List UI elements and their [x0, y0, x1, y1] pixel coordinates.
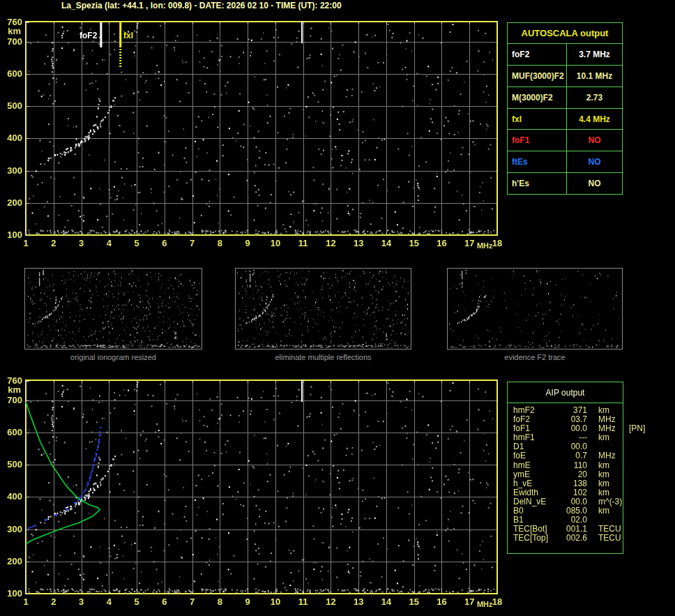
- aip-table-title: AIP output: [508, 382, 623, 403]
- aip-row-tectop: TEC[Top]002.6TECU: [513, 534, 623, 543]
- autoscala-row-fof2: foF23.7 MHz: [508, 44, 622, 66]
- parameter-label: h'Es: [508, 173, 567, 194]
- parameter-value: NO: [567, 151, 622, 172]
- thumbnail-caption: evidence F2 trace: [447, 353, 623, 361]
- aip-row-yme: ymE20km: [513, 470, 623, 479]
- aip-value: 138: [555, 479, 587, 488]
- thumbnail-caption: eliminate multiple reflections: [235, 353, 411, 361]
- thumbnail-eliminate-reflections: [235, 268, 411, 350]
- parameter-label: fxI: [508, 109, 567, 130]
- aip-row-hme: hmE110km: [513, 461, 623, 470]
- ionogram-top-plot: [0, 17, 509, 258]
- ionogram-bottom-plot: [0, 377, 509, 616]
- aip-unit: km: [598, 470, 629, 479]
- aip-unit: km: [598, 461, 629, 470]
- aip-value: 0.7: [555, 451, 587, 460]
- aip-unit: km: [598, 488, 629, 497]
- parameter-value: 3.7 MHz: [567, 44, 622, 65]
- thumbnail-evidence-f2-trace: [447, 268, 623, 350]
- aip-name: hmE: [513, 461, 555, 470]
- autoscala-row-muf3000f2: MUF(3000)F210.1 MHz: [508, 66, 622, 87]
- aip-extra: [PN]: [629, 424, 645, 433]
- aip-value: 110: [555, 461, 587, 470]
- autoscala-row-hes: h'EsNO: [508, 173, 622, 194]
- autoscala-table-body: foF23.7 MHzMUF(3000)F210.1 MHzM(3000)F22…: [508, 44, 622, 194]
- page-title: La_Spezia (lat: +44.1 , lon: 009.8) - DA…: [61, 1, 342, 10]
- aip-name: Ewidth: [513, 488, 555, 497]
- parameter-value: NO: [567, 173, 622, 194]
- autoscala-app-window: La_Spezia (lat: +44.1 , lon: 009.8) - DA…: [0, 0, 675, 616]
- aip-output-table: AIP output hmF2371kmfoF203.7MHzfoF100.0M…: [507, 382, 623, 554]
- autoscala-row-fxi: fxI4.4 MHz: [508, 109, 622, 130]
- fxi-marker-label: fxI: [123, 31, 133, 40]
- aip-table-body: hmF2371kmfoF203.7MHzfoF100.0MHz[PN]hmF1-…: [508, 403, 623, 543]
- aip-unit: MHz: [598, 451, 629, 460]
- thumbnail-original-ionogram: [24, 268, 202, 350]
- parameter-value: 10.1 MHz: [567, 66, 622, 87]
- aip-row-hve: h_vE138km: [513, 479, 623, 488]
- parameter-label: MUF(3000)F2: [508, 66, 567, 87]
- parameter-label: foF2: [508, 44, 567, 65]
- autoscala-row-m3000f2: M(3000)F22.73: [508, 87, 622, 109]
- parameter-value: 2.73: [567, 87, 622, 108]
- aip-row-ewidth: Ewidth102km: [513, 488, 623, 497]
- parameter-label: ftEs: [508, 151, 567, 172]
- autoscala-output-table: AUTOSCALA output foF23.7 MHzMUF(3000)F21…: [507, 22, 623, 195]
- aip-name: foE: [513, 451, 555, 460]
- thumbnail-caption: original ionogram resized: [24, 353, 202, 361]
- fof2-marker-label: foF2: [79, 31, 97, 40]
- aip-unit: TECU: [598, 534, 629, 543]
- parameter-label: M(3000)F2: [508, 87, 567, 108]
- aip-value: 102: [555, 488, 587, 497]
- autoscala-row-fof1: foF1NO: [508, 130, 622, 151]
- parameter-label: foF1: [508, 130, 567, 151]
- autoscala-row-ftes: ftEsNO: [508, 151, 622, 173]
- aip-name: TEC[Top]: [513, 534, 555, 543]
- aip-name: h_vE: [513, 479, 555, 488]
- aip-name: ymE: [513, 470, 555, 479]
- aip-value: 002.6: [555, 534, 587, 543]
- aip-unit: km: [598, 433, 629, 442]
- parameter-value: NO: [567, 130, 622, 151]
- aip-unit: km: [598, 479, 629, 488]
- aip-row-foe: foE0.7MHz: [513, 451, 623, 460]
- parameter-value: 4.4 MHz: [567, 109, 622, 130]
- aip-row-hmf1: hmF1---km: [513, 433, 623, 442]
- aip-value: 20: [555, 470, 587, 479]
- aip-unit: km: [598, 506, 629, 516]
- aip-row-b0: B0085.0km: [513, 506, 623, 516]
- autoscala-table-title: AUTOSCALA output: [508, 23, 622, 44]
